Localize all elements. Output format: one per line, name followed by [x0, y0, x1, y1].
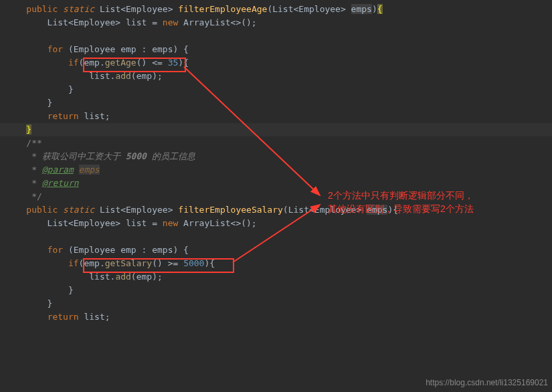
code-editor[interactable]: public static List<Employee> filterEmplo… — [0, 0, 552, 324]
code-line — [0, 29, 552, 43]
watermark: https://blog.csdn.net/li1325169021 — [426, 376, 548, 389]
code-line: } — [0, 284, 552, 297]
code-line: return list; — [0, 310, 552, 324]
code-line: } — [0, 96, 552, 110]
code-line: if(emp.getSalary() >= 5000){ — [0, 257, 552, 270]
code-line: for (Employee emp : emps) { — [0, 43, 552, 56]
code-line: return list; — [0, 110, 552, 123]
annotation-line2: 其他没有区别，导致需要写2个方法 — [328, 202, 474, 215]
annotation-text: 2个方法中只有判断逻辑部分不同， 其他没有区别，导致需要写2个方法 — [328, 189, 474, 215]
code-line: List<Employee> list = new ArrayList<>(); — [0, 16, 552, 29]
code-line: } — [0, 83, 552, 96]
code-line: List<Employee> list = new ArrayList<>(); — [0, 217, 552, 230]
annotation-line1: 2个方法中只有判断逻辑部分不同， — [328, 189, 474, 202]
code-line: } — [0, 297, 552, 310]
comment-line: * 获取公司中工资大于 5000 的员工信息 — [0, 150, 552, 163]
code-line: list.add(emp); — [0, 70, 552, 83]
comment-line: * @param emps — [0, 163, 552, 177]
code-line: for (Employee emp : emps) { — [0, 243, 552, 257]
comment-line: /** — [0, 136, 552, 150]
code-line: if(emp.getAge() <= 35){ — [0, 56, 552, 70]
comment-line: * @return — [0, 177, 552, 190]
code-line: list.add(emp); — [0, 270, 552, 284]
code-line: public static List<Employee> filterEmplo… — [0, 3, 552, 16]
code-line — [0, 230, 552, 243]
code-line-caret: } — [0, 123, 552, 136]
